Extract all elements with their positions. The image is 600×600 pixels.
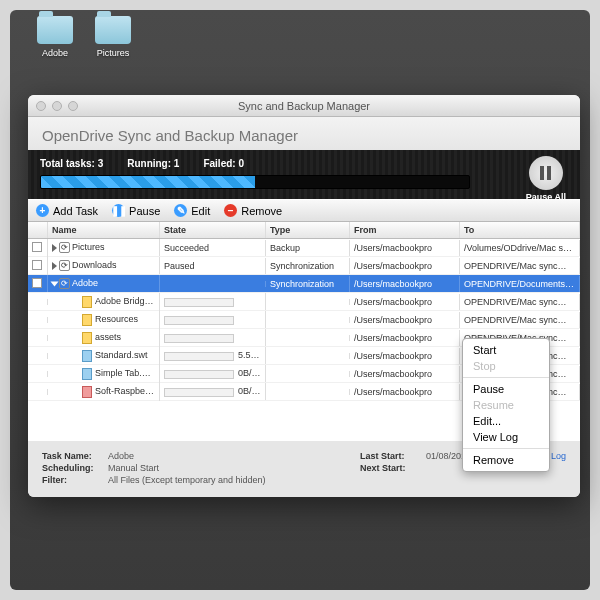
running-tasks: Running: 1 [127, 158, 179, 169]
disclosure-icon[interactable] [52, 262, 57, 270]
remove-button[interactable]: −Remove [224, 204, 282, 217]
file-icon [82, 296, 92, 308]
file-icon [82, 368, 92, 380]
menu-pause[interactable]: Pause [463, 381, 549, 397]
progress-bar [164, 334, 234, 343]
progress-bar [164, 298, 234, 307]
sync-icon: ⟳ [59, 260, 70, 271]
table-row[interactable]: ⟳PicturesSucceededBackup/Users/macbookpr… [28, 239, 580, 257]
progress-bar [164, 388, 234, 397]
pause-icon [529, 156, 563, 190]
menu-viewlog[interactable]: View Log [463, 429, 549, 445]
disclosure-icon[interactable] [52, 244, 57, 252]
checkbox[interactable] [32, 260, 42, 270]
file-icon [82, 314, 92, 326]
window-title: Sync and Backup Manager [28, 100, 580, 112]
status-band: Total tasks: 3 Running: 1 Failed: 0 Paus… [28, 150, 580, 199]
failed-tasks: Failed: 0 [203, 158, 244, 169]
add-task-button[interactable]: +Add Task [36, 204, 98, 217]
pencil-icon: ✎ [174, 204, 187, 217]
sync-icon: ⟳ [59, 278, 70, 289]
app-window: Sync and Backup Manager OpenDrive Sync a… [28, 95, 580, 497]
menu-start[interactable]: Start [463, 342, 549, 358]
app-header: OpenDrive Sync and Backup Manager [28, 117, 580, 150]
table-row[interactable]: ⟳AdobeSynchronization/Users/macbookproOP… [28, 275, 580, 293]
table-row[interactable]: Resources/Users/macbookproOPENDRIVE/Mac … [28, 311, 580, 329]
folder-icon [95, 16, 131, 44]
toolbar: +Add Task ❚❚Pause ✎Edit −Remove [28, 199, 580, 222]
desktop-icon-label: Pictures [88, 48, 138, 58]
table-row[interactable]: ⟳DownloadsPausedSynchronization/Users/ma… [28, 257, 580, 275]
desktop-folder-adobe[interactable]: Adobe [30, 16, 80, 58]
folder-icon [37, 16, 73, 44]
titlebar[interactable]: Sync and Backup Manager [28, 95, 580, 117]
menu-resume: Resume [463, 397, 549, 413]
col-name[interactable]: Name [48, 222, 160, 238]
progress-bar [164, 370, 234, 379]
desktop-frame: Adobe Pictures Sync and Backup Manager O… [10, 10, 590, 590]
desktop-folder-pictures[interactable]: Pictures [88, 16, 138, 58]
plus-icon: + [36, 204, 49, 217]
progress-bar [164, 316, 234, 325]
checkbox[interactable] [32, 278, 42, 288]
menu-edit[interactable]: Edit... [463, 413, 549, 429]
context-menu: Start Stop Pause Resume Edit... View Log… [462, 338, 550, 472]
col-type[interactable]: Type [266, 222, 350, 238]
col-from[interactable]: From [350, 222, 460, 238]
minus-icon: − [224, 204, 237, 217]
sync-icon: ⟳ [59, 242, 70, 253]
pause-button[interactable]: ❚❚Pause [112, 204, 160, 217]
desktop-icon-label: Adobe [30, 48, 80, 58]
disclosure-icon[interactable] [51, 281, 59, 286]
table-header: Name State Type From To [28, 222, 580, 239]
progress-bar [164, 352, 234, 361]
file-icon [82, 350, 92, 362]
overall-progress [40, 175, 470, 189]
pause-all-button[interactable]: Pause All [526, 156, 566, 202]
col-state[interactable]: State [160, 222, 266, 238]
col-to[interactable]: To [460, 222, 580, 238]
pause-icon: ❚❚ [112, 204, 125, 217]
table-row[interactable]: Adobe Bridg…/Users/macbookproOPENDRIVE/M… [28, 293, 580, 311]
file-icon [82, 332, 92, 344]
edit-button[interactable]: ✎Edit [174, 204, 210, 217]
menu-remove[interactable]: Remove [463, 452, 549, 468]
file-icon [82, 386, 92, 398]
checkbox[interactable] [32, 242, 42, 252]
total-tasks: Total tasks: 3 [40, 158, 103, 169]
menu-stop: Stop [463, 358, 549, 374]
